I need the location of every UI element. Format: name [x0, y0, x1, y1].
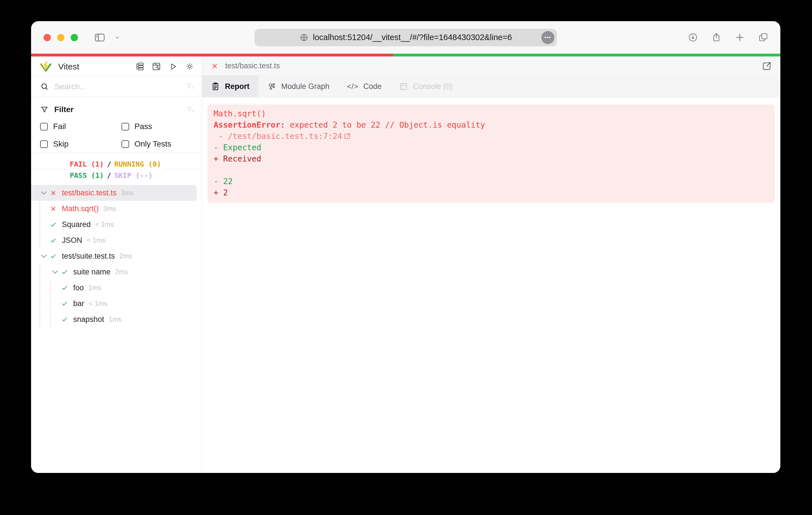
test-duration: 2ms: [115, 268, 128, 276]
summary-line-1: FAIL (1) / RUNNING (0): [70, 158, 163, 170]
summary-separator: /: [104, 160, 114, 168]
report-line: - Expected: [213, 142, 768, 153]
checkbox-fail[interactable]: [40, 123, 48, 130]
chevron-down-icon[interactable]: [114, 34, 121, 41]
chevron-down-icon[interactable]: [50, 266, 61, 277]
code-icon: </>: [347, 82, 358, 91]
dashboard-icon[interactable]: [152, 62, 161, 71]
test-row-snapshot[interactable]: snapshot1ms: [31, 311, 202, 327]
test-duration: < 1ms: [95, 220, 114, 229]
report-line: Math.sqrt(): [213, 108, 768, 119]
tab-report[interactable]: Report: [202, 76, 258, 97]
clear-search-icon[interactable]: [185, 82, 194, 91]
chevron-down-icon[interactable]: [38, 187, 50, 199]
test-row-foo[interactable]: foo1ms: [31, 280, 202, 296]
test-row-test-suite-test-ts[interactable]: test/suite.test.ts2ms: [31, 248, 202, 264]
test-summary: FAIL (1) / RUNNING (0) PASS (1) / SKIP (…: [31, 153, 202, 185]
test-tree: test/basic.test.ts3msMath.sqrt()3msSquar…: [31, 185, 202, 327]
report-line: AssertionError: expected 2 to be 22 // O…: [213, 119, 768, 131]
tab-label: Console (0): [413, 82, 453, 91]
filter-option-fail[interactable]: Fail: [40, 122, 121, 131]
sidebar-toggle-icon[interactable]: [94, 32, 106, 43]
sidebar-header: Vitest: [31, 57, 202, 77]
test-label: foo: [73, 283, 84, 292]
filter-option-label: Pass: [135, 122, 152, 131]
report-line: - 22: [213, 176, 768, 187]
report-content: Math.sqrt()AssertionError: expected 2 to…: [202, 97, 780, 473]
close-window-button[interactable]: [44, 34, 51, 41]
run-all-icon[interactable]: [168, 62, 178, 71]
chevron-down-icon[interactable]: [38, 250, 50, 262]
globe-icon: [299, 33, 309, 42]
report-line: - /test/basic.test.ts:7:24: [213, 131, 768, 142]
minimize-window-button[interactable]: [57, 34, 64, 41]
test-label: test/basic.test.ts: [62, 189, 117, 198]
search-bar: [31, 77, 202, 96]
checkbox-only-tests[interactable]: [121, 140, 129, 148]
test-row-bar[interactable]: bar< 1ms: [31, 296, 202, 311]
sidebar: Vitest Filter FailPassS: [31, 57, 202, 473]
open-file-name: test/basic.test.ts: [225, 62, 280, 70]
open-in-editor-icon[interactable]: [343, 132, 351, 140]
test-row-json[interactable]: JSON< 1ms: [31, 232, 202, 248]
new-tab-icon[interactable]: [734, 32, 745, 42]
address-bar[interactable]: localhost:51204/__vitest__/#/?file=16484…: [255, 29, 557, 46]
test-row-suite-name[interactable]: suite name2ms: [31, 264, 202, 280]
filter-option-skip[interactable]: Skip: [40, 140, 121, 149]
tab-overview-icon[interactable]: [758, 32, 768, 42]
traffic-lights: [31, 34, 78, 41]
filter-option-pass[interactable]: Pass: [121, 122, 194, 131]
page-options-button[interactable]: •••: [541, 31, 554, 44]
tree-view-icon[interactable]: [135, 62, 144, 71]
graph-icon: [267, 82, 276, 91]
progress-fail-segment: [31, 54, 393, 57]
pass-icon: [61, 284, 68, 292]
pass-icon: [61, 300, 68, 307]
tab-console-0[interactable]: Console (0): [390, 76, 461, 97]
vitest-logo-icon: [39, 60, 53, 73]
filter-title: Filter: [54, 105, 74, 114]
clear-filter-icon[interactable]: [185, 105, 194, 114]
theme-toggle-icon[interactable]: [185, 62, 194, 71]
pass-icon: [61, 268, 68, 276]
fail-count: FAIL (1): [70, 160, 104, 168]
clipboard-icon: [211, 82, 220, 91]
pass-icon: [61, 316, 68, 323]
console-icon: [399, 82, 408, 91]
search-input[interactable]: [55, 82, 180, 91]
tab-code[interactable]: </>Code: [338, 76, 390, 97]
share-icon[interactable]: [711, 32, 722, 42]
test-label: bar: [73, 299, 84, 308]
skip-count: SKIP (--): [114, 171, 152, 180]
report-line: + Received: [213, 153, 768, 164]
open-external-icon[interactable]: [761, 60, 773, 72]
progress-pass-segment: [393, 54, 780, 57]
url-text: localhost:51204/__vitest__/#/?file=16484…: [313, 33, 512, 42]
filter-section: Filter FailPassSkipOnly Tests: [31, 96, 202, 153]
app-title: Vitest: [58, 62, 79, 71]
test-progress-bar: [31, 54, 780, 57]
fail-icon: [50, 189, 57, 197]
zoom-window-button[interactable]: [70, 34, 78, 41]
test-duration: 3ms: [104, 205, 116, 213]
pass-icon: [50, 237, 57, 244]
filter-option-label: Skip: [53, 140, 68, 149]
checkbox-skip[interactable]: [40, 140, 48, 148]
test-label: JSON: [62, 236, 82, 245]
browser-toolbar: localhost:51204/__vitest__/#/?file=16484…: [31, 21, 780, 54]
pass-icon: [50, 252, 57, 260]
test-row-squared[interactable]: Squared< 1ms: [31, 217, 202, 232]
summary-separator: /: [104, 171, 114, 180]
test-row-test-basic-test-ts[interactable]: test/basic.test.ts3ms: [31, 185, 197, 201]
downloads-icon[interactable]: [688, 32, 698, 42]
fail-icon: [210, 62, 219, 70]
test-duration: 1ms: [109, 315, 121, 323]
toolbar-left-group: [94, 32, 121, 43]
filter-option-only-tests[interactable]: Only Tests: [121, 140, 194, 149]
test-duration: 2ms: [119, 252, 132, 260]
tab-module-graph[interactable]: Module Graph: [258, 76, 338, 97]
tab-label: Report: [225, 82, 250, 91]
fail-icon: [50, 205, 57, 213]
test-row-math-sqrt[interactable]: Math.sqrt()3ms: [31, 201, 202, 217]
checkbox-pass[interactable]: [121, 123, 129, 130]
